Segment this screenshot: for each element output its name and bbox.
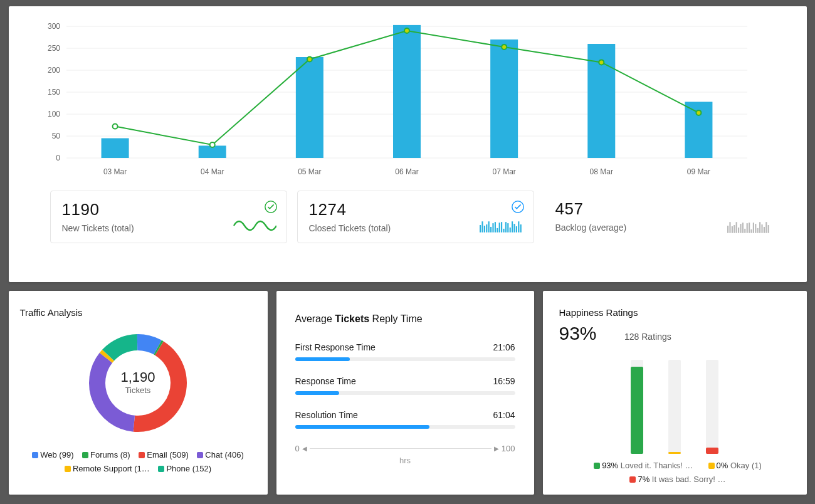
svg-rect-72 [759, 222, 760, 233]
svg-rect-58 [729, 222, 730, 233]
axis-min: 0 [295, 444, 300, 453]
happiness-bar [706, 360, 718, 454]
svg-rect-76 [767, 225, 769, 233]
progress-track [295, 425, 515, 429]
svg-rect-40 [486, 224, 487, 233]
svg-rect-71 [757, 228, 758, 233]
svg-text:150: 150 [47, 88, 60, 97]
summary-value: 457 [555, 199, 770, 219]
sparkline-wave-icon [233, 219, 276, 233]
title-pre: Average [295, 313, 332, 324]
card-title: Happiness Ratings [559, 307, 791, 318]
svg-text:09 Mar: 09 Mar [686, 167, 710, 176]
svg-rect-48 [503, 229, 504, 233]
caret-right-icon[interactable]: ▶ [492, 445, 502, 452]
happiness-percent: 93% [559, 323, 597, 344]
svg-rect-53 [513, 224, 515, 233]
svg-rect-66 [746, 223, 747, 233]
svg-rect-62 [738, 228, 739, 233]
card-title: Traffic Analysis [20, 307, 256, 318]
ratings-count: 128 Ratings [624, 332, 671, 342]
svg-rect-68 [750, 229, 752, 233]
caret-left-icon[interactable]: ◀ [300, 445, 310, 452]
svg-point-21 [112, 124, 117, 129]
svg-text:250: 250 [47, 44, 60, 53]
svg-rect-43 [492, 223, 493, 233]
svg-rect-61 [735, 222, 737, 233]
svg-text:200: 200 [47, 66, 60, 75]
reply-axis: 0 ◀ ▶ 100 [295, 444, 515, 453]
metric-name: Resolution Time [295, 410, 358, 420]
tickets-trend-panel: 05010015020025030003 Mar04 Mar05 Mar06 M… [9, 6, 807, 282]
svg-rect-56 [520, 224, 521, 233]
svg-rect-67 [749, 223, 750, 233]
happiness-bar-chart [559, 344, 791, 454]
summary-row: 1190 New Tickets (total) 1274 Closed Tic… [23, 191, 793, 243]
progress-fill [295, 357, 350, 361]
progress-fill [295, 425, 429, 429]
svg-rect-45 [497, 228, 498, 233]
traffic-legend: Web (99) Forums (8) Email (509) Chat (40… [20, 448, 256, 476]
svg-rect-38 [481, 221, 483, 233]
progress-fill [295, 391, 339, 395]
svg-rect-42 [490, 227, 492, 233]
check-circle-icon [511, 200, 525, 214]
svg-rect-55 [518, 221, 519, 233]
svg-text:08 Mar: 08 Mar [589, 167, 613, 176]
svg-text:05 Mar: 05 Mar [298, 167, 321, 176]
progress-track [295, 357, 515, 361]
svg-rect-64 [742, 223, 743, 233]
svg-rect-47 [501, 222, 502, 233]
svg-rect-50 [507, 223, 508, 233]
svg-rect-63 [740, 224, 741, 233]
svg-rect-37 [480, 225, 481, 233]
svg-rect-51 [509, 228, 510, 233]
svg-text:06 Mar: 06 Mar [395, 167, 418, 176]
summary-value: 1190 [62, 200, 275, 219]
metric-name: First Response Time [295, 342, 376, 352]
svg-text:04 Mar: 04 Mar [201, 167, 224, 176]
axis-line [310, 448, 492, 449]
svg-rect-70 [755, 224, 756, 233]
happiness-legend: 93% Loved it. Thanks! … 0% Okay (1)7% It… [559, 459, 791, 486]
svg-rect-74 [763, 227, 764, 233]
svg-rect-59 [731, 226, 732, 233]
summary-value: 1274 [309, 200, 522, 219]
happiness-bar [668, 360, 681, 454]
title-bold: Tickets [335, 313, 369, 324]
summary-closed-tickets[interactable]: 1274 Closed Tickets (total) [297, 191, 534, 243]
metric-value: 16:59 [493, 376, 515, 386]
reply-metric: First Response Time 21:06 [295, 342, 515, 361]
metric-value: 61:04 [493, 410, 515, 420]
svg-text:1,190: 1,190 [120, 369, 155, 385]
svg-text:300: 300 [47, 22, 60, 31]
progress-track [295, 391, 515, 395]
svg-rect-54 [515, 226, 517, 233]
svg-rect-49 [505, 222, 506, 233]
svg-point-24 [404, 28, 409, 33]
svg-point-27 [696, 110, 701, 115]
svg-rect-73 [761, 224, 762, 233]
svg-point-26 [599, 60, 604, 65]
svg-text:100: 100 [47, 110, 60, 118]
sparkline-bars-icon [727, 219, 771, 233]
svg-rect-46 [498, 223, 500, 233]
svg-rect-18 [490, 39, 518, 158]
check-circle-icon [264, 200, 278, 214]
svg-point-25 [502, 45, 507, 50]
happiness-bar [631, 360, 643, 454]
svg-rect-75 [765, 222, 767, 233]
axis-unit: hrs [295, 456, 515, 465]
axis-max: 100 [502, 444, 515, 453]
reply-metric: Resolution Time 61:04 [295, 410, 515, 429]
svg-rect-41 [488, 221, 489, 233]
metric-value: 21:06 [493, 342, 515, 352]
svg-rect-17 [393, 25, 421, 158]
reply-time-card: Average Tickets Reply Time First Respons… [276, 291, 534, 495]
svg-point-23 [307, 57, 312, 62]
summary-backlog[interactable]: 457 Backlog (average) [544, 191, 781, 243]
summary-new-tickets[interactable]: 1190 New Tickets (total) [50, 191, 287, 243]
traffic-donut-chart: 1,190Tickets [20, 327, 256, 442]
card-title: Average Tickets Reply Time [295, 313, 515, 325]
svg-point-22 [209, 142, 214, 147]
